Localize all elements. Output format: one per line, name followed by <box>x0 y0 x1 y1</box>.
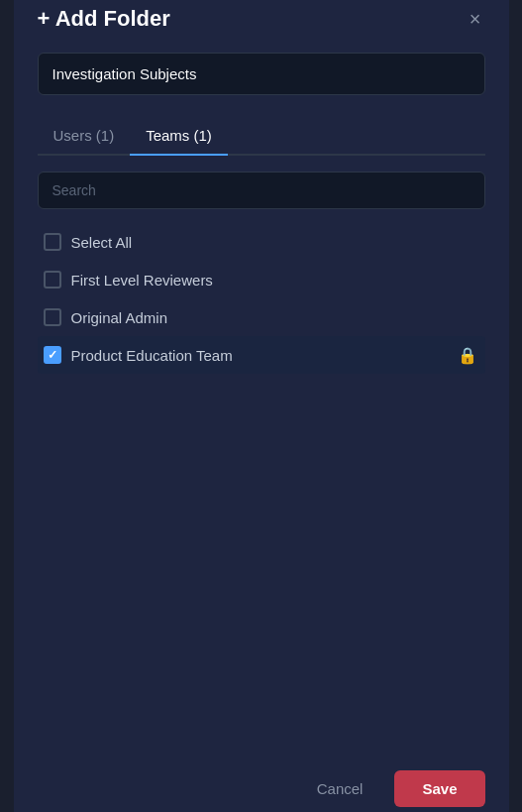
folder-name-input[interactable] <box>38 53 485 95</box>
list-item[interactable]: Select All <box>38 223 485 261</box>
checkbox-original-admin[interactable] <box>44 308 61 326</box>
save-button[interactable]: Save <box>394 770 484 807</box>
list-item[interactable]: Original Admin <box>38 298 485 336</box>
modal-header: + Add Folder × <box>38 5 485 33</box>
close-button[interactable]: × <box>466 5 485 33</box>
search-container <box>38 172 485 209</box>
checkbox-first-level[interactable] <box>44 271 61 289</box>
add-folder-modal: + Add Folder × Users (1) Teams (1) Selec… <box>14 0 509 812</box>
checkbox-list: Select All First Level Reviewers Origina… <box>38 223 485 374</box>
modal-title: + Add Folder <box>38 6 170 32</box>
tabs-container: Users (1) Teams (1) <box>38 115 485 156</box>
lock-icon: 🔒 <box>458 346 477 365</box>
modal-footer: Cancel Save <box>38 751 485 807</box>
item-label: First Level Reviewers <box>71 272 213 289</box>
cancel-button[interactable]: Cancel <box>297 770 383 807</box>
item-label: Original Admin <box>71 309 168 326</box>
list-item[interactable]: Product Education Team 🔒 <box>38 336 485 374</box>
checkbox-product-education[interactable] <box>44 346 61 364</box>
tab-teams[interactable]: Teams (1) <box>130 117 228 156</box>
checkbox-select-all[interactable] <box>44 233 61 251</box>
item-label: Product Education Team <box>71 347 233 364</box>
item-label: Select All <box>71 234 133 251</box>
list-item[interactable]: First Level Reviewers <box>38 261 485 298</box>
search-input[interactable] <box>38 172 485 209</box>
tab-users[interactable]: Users (1) <box>38 117 131 156</box>
